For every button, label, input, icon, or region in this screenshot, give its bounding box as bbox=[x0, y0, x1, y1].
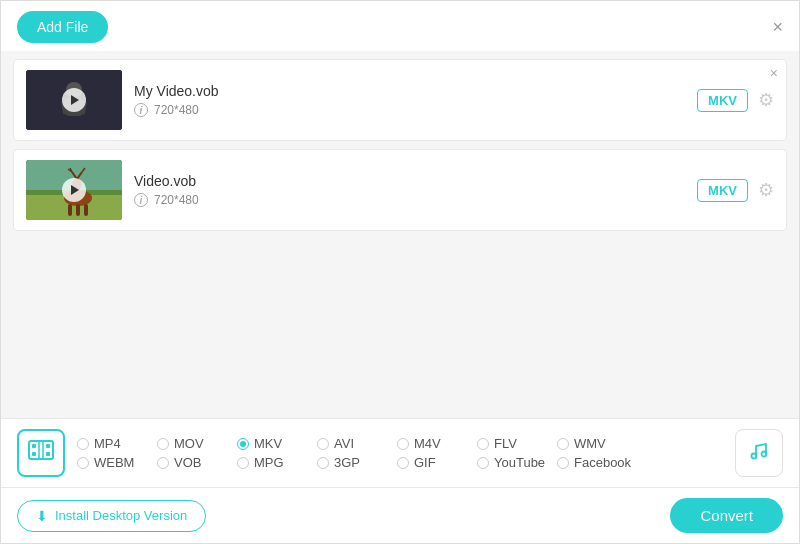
file-actions-2: MKV ⚙ bbox=[697, 179, 774, 202]
install-label: Install Desktop Version bbox=[55, 508, 187, 523]
download-icon: ⬇ bbox=[36, 508, 48, 524]
radio-avi bbox=[317, 438, 329, 450]
file-actions-1: MKV ⚙ bbox=[697, 89, 774, 112]
settings-icon-2[interactable]: ⚙ bbox=[758, 179, 774, 201]
radio-flv bbox=[477, 438, 489, 450]
svg-rect-20 bbox=[32, 444, 36, 448]
header: Add File × bbox=[1, 1, 799, 51]
format-badge-2[interactable]: MKV bbox=[697, 179, 748, 202]
radio-mov bbox=[157, 438, 169, 450]
file-list: My Video.vob i 720*480 MKV ⚙ × bbox=[1, 51, 799, 418]
add-file-button[interactable]: Add File bbox=[17, 11, 108, 43]
svg-point-26 bbox=[752, 453, 757, 458]
radio-mp4 bbox=[77, 438, 89, 450]
play-icon-2[interactable] bbox=[62, 178, 86, 202]
thumbnail-2 bbox=[26, 160, 122, 220]
format-m4v[interactable]: M4V bbox=[397, 436, 477, 451]
close-button[interactable]: × bbox=[772, 18, 783, 36]
info-icon-2[interactable]: i bbox=[134, 193, 148, 207]
format-row-1: MP4 MOV MKV AVI M4V bbox=[77, 436, 723, 451]
radio-webm bbox=[77, 457, 89, 469]
svg-rect-23 bbox=[46, 452, 50, 456]
info-icon-1[interactable]: i bbox=[134, 103, 148, 117]
file-item: My Video.vob i 720*480 MKV ⚙ × bbox=[13, 59, 787, 141]
settings-icon-1[interactable]: ⚙ bbox=[758, 89, 774, 111]
svg-rect-12 bbox=[76, 204, 80, 216]
file-item-2: Video.vob i 720*480 MKV ⚙ bbox=[13, 149, 787, 231]
install-button[interactable]: ⬇ Install Desktop Version bbox=[17, 500, 206, 532]
format-mpg[interactable]: MPG bbox=[237, 455, 317, 470]
radio-wmv bbox=[557, 438, 569, 450]
svg-rect-19 bbox=[29, 441, 53, 459]
format-vob[interactable]: VOB bbox=[157, 455, 237, 470]
radio-vob bbox=[157, 457, 169, 469]
item-close-button-1[interactable]: × bbox=[770, 66, 778, 80]
resolution-2: 720*480 bbox=[154, 193, 199, 207]
radio-m4v bbox=[397, 438, 409, 450]
format-mkv[interactable]: MKV bbox=[237, 436, 317, 451]
file-name-2: Video.vob bbox=[134, 173, 685, 189]
format-wmv[interactable]: WMV bbox=[557, 436, 637, 451]
resolution-1: 720*480 bbox=[154, 103, 199, 117]
svg-rect-21 bbox=[46, 444, 50, 448]
radio-facebook bbox=[557, 457, 569, 469]
file-meta-2: i 720*480 bbox=[134, 193, 685, 207]
music-note-icon bbox=[748, 440, 770, 467]
format-youtube[interactable]: YouTube bbox=[477, 455, 557, 470]
footer: ⬇ Install Desktop Version Convert bbox=[1, 487, 799, 543]
play-icon[interactable] bbox=[62, 88, 86, 112]
format-mov[interactable]: MOV bbox=[157, 436, 237, 451]
file-info-1: My Video.vob i 720*480 bbox=[122, 83, 697, 117]
format-flv[interactable]: FLV bbox=[477, 436, 557, 451]
format-row-2: WEBM VOB MPG 3GP GIF bbox=[77, 455, 723, 470]
radio-gif bbox=[397, 457, 409, 469]
radio-3gp bbox=[317, 457, 329, 469]
format-bar: MP4 MOV MKV AVI M4V bbox=[1, 418, 799, 487]
film-icon bbox=[28, 437, 54, 469]
app-container: Add File × My Video.vob bbox=[0, 0, 800, 544]
file-meta-1: i 720*480 bbox=[134, 103, 685, 117]
format-gif[interactable]: GIF bbox=[397, 455, 477, 470]
radio-mpg bbox=[237, 457, 249, 469]
file-info-2: Video.vob i 720*480 bbox=[122, 173, 697, 207]
format-3gp[interactable]: 3GP bbox=[317, 455, 397, 470]
svg-rect-13 bbox=[84, 204, 88, 216]
format-mp4[interactable]: MP4 bbox=[77, 436, 157, 451]
radio-youtube bbox=[477, 457, 489, 469]
file-name-1: My Video.vob bbox=[134, 83, 685, 99]
convert-button[interactable]: Convert bbox=[670, 498, 783, 533]
format-options: MP4 MOV MKV AVI M4V bbox=[77, 436, 723, 470]
svg-rect-22 bbox=[32, 452, 36, 456]
svg-rect-11 bbox=[68, 204, 72, 216]
audio-format-button[interactable] bbox=[735, 429, 783, 477]
format-avi[interactable]: AVI bbox=[317, 436, 397, 451]
format-webm[interactable]: WEBM bbox=[77, 455, 157, 470]
format-badge-1[interactable]: MKV bbox=[697, 89, 748, 112]
radio-mkv bbox=[237, 438, 249, 450]
video-format-icon-box[interactable] bbox=[17, 429, 65, 477]
thumbnail-1 bbox=[26, 70, 122, 130]
svg-point-27 bbox=[762, 451, 767, 456]
format-facebook[interactable]: Facebook bbox=[557, 455, 645, 470]
